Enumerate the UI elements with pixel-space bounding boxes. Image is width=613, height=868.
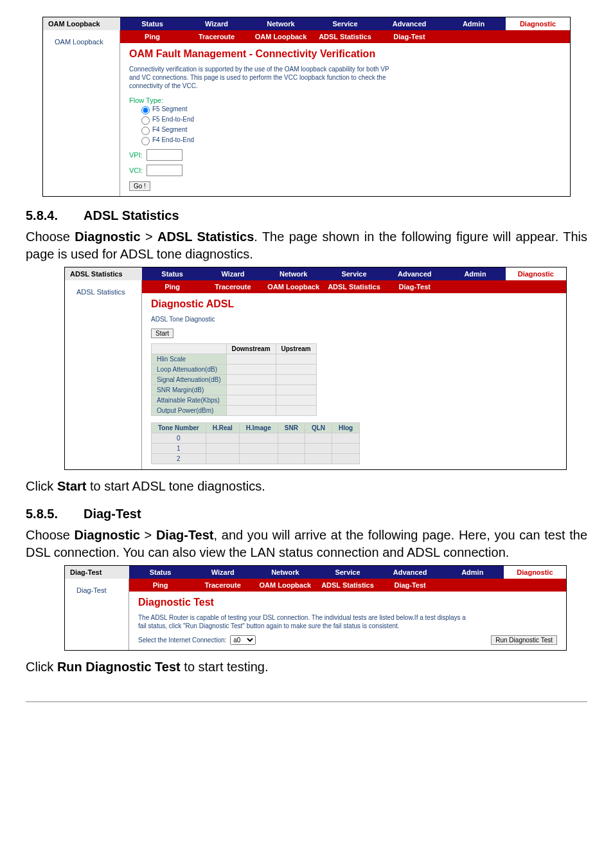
subtab-ping[interactable]: Ping [129,579,191,592]
tab-admin[interactable]: Admin [441,17,506,30]
footer-rule [26,701,587,702]
tab-service[interactable]: Service [313,17,377,30]
tab-advanced[interactable]: Advanced [379,566,441,579]
adsl-statistics-screenshot: ADSL Statistics ADSL Statistics Status W… [64,267,567,470]
tab-status[interactable]: Status [142,267,202,280]
radio-f4-end[interactable] [141,137,150,145]
subtab-diagtest[interactable]: Diag-Test [377,30,441,43]
sidebar-item-adsl[interactable]: ADSL Statistics [71,284,135,296]
tab-network[interactable]: Network [263,267,324,280]
oam-loopback-screenshot: OAM Loopback OAM Loopback Status Wizard … [42,17,571,197]
tone-table: Tone NumberH.RealH.Image SNRQLNHlog 0 1 … [151,422,360,464]
select-label: Select the Internet Connection: [138,637,226,644]
subtab-traceroute[interactable]: Traceroute [202,280,263,293]
subtab-traceroute[interactable]: Traceroute [191,579,254,592]
nav-top: Status Wizard Network Service Advanced A… [120,17,570,30]
tab-wizard[interactable]: Wizard [202,267,263,280]
tab-network[interactable]: Network [254,566,316,579]
tab-diagnostic[interactable]: Diagnostic [506,267,566,280]
tab-service[interactable]: Service [324,267,384,280]
run-diagnostic-button[interactable]: Run Diagnostic Test [491,635,557,645]
flow-type-label: Flow Type: [129,96,561,104]
start-button[interactable]: Start [151,329,173,338]
tab-wizard[interactable]: Wizard [184,17,249,30]
vpi-input[interactable] [147,149,182,161]
sidebar-title: Diag-Test [65,566,129,579]
panel-heading: OAM Fault Management - Connectivity Veri… [129,48,561,60]
tab-admin[interactable]: Admin [441,566,504,579]
go-button[interactable]: Go ! [129,181,150,191]
tab-service[interactable]: Service [316,566,378,579]
subtab-adsl[interactable]: ADSL Statistics [313,30,377,43]
subtab-diagtest[interactable]: Diag-Test [379,579,441,592]
tab-advanced[interactable]: Advanced [384,267,445,280]
tab-wizard[interactable]: Wizard [191,566,254,579]
subtab-diagtest[interactable]: Diag-Test [384,280,445,293]
panel-sublabel: ADSL Tone Diagnostic [151,315,421,323]
heading-584: 5.8.4.ADSL Statistics [26,208,587,223]
subtab-ping[interactable]: Ping [120,30,184,43]
radio-f5-segment[interactable] [141,106,150,114]
para-584: Choose Diagnostic > ADSL Statistics. The… [26,228,587,263]
tab-status[interactable]: Status [129,566,191,579]
para-584b: Click Start to start ADSL tone diagnosti… [26,478,587,495]
subtab-oam[interactable]: OAM Loopback [254,579,316,592]
subtab-oam[interactable]: OAM Loopback [263,280,324,293]
subtab-traceroute[interactable]: Traceroute [184,30,249,43]
heading-585: 5.8.5.Diag-Test [26,507,587,521]
tab-admin[interactable]: Admin [445,267,505,280]
radio-f5-end[interactable] [141,116,150,125]
diag-test-screenshot: Diag-Test Diag-Test Status Wizard Networ… [64,565,567,651]
sidebar-title: ADSL Statistics [65,267,142,280]
vpi-label: VPI: [129,151,143,159]
panel-hint: Connectivity verification is supported b… [129,65,399,90]
subtab-ping[interactable]: Ping [142,280,202,293]
nav-sub: Ping Traceroute OAM Loopback ADSL Statis… [120,30,570,43]
tab-diagnostic[interactable]: Diagnostic [504,566,566,579]
para-585: Choose Diagnostic > Diag-Test, and you w… [26,527,587,561]
sidebar-item-diagtest[interactable]: Diag-Test [71,583,122,594]
subtab-adsl[interactable]: ADSL Statistics [316,579,378,592]
panel-heading: Diagnostic ADSL [151,298,557,310]
sidebar-item-oam[interactable]: OAM Loopback [49,34,113,46]
connection-select[interactable]: a0 [230,635,256,645]
panel-hint: The ADSL Router is capable of testing yo… [138,613,472,630]
tab-network[interactable]: Network [249,17,313,30]
tab-advanced[interactable]: Advanced [377,17,441,30]
vci-input[interactable] [147,165,182,176]
panel-heading: Diagnostic Test [138,597,557,608]
subtab-adsl[interactable]: ADSL Statistics [324,280,384,293]
vci-label: VCI: [129,167,143,174]
tab-diagnostic[interactable]: Diagnostic [506,17,570,30]
adsl-stats-table: DownstreamUpstream Hlin Scale Loop Atten… [151,343,317,416]
subtab-oam[interactable]: OAM Loopback [249,30,313,43]
radio-f4-segment[interactable] [141,127,150,135]
sidebar-title: OAM Loopback [43,17,120,30]
para-585b: Click Run Diagnostic Test to start testi… [26,658,587,676]
tab-status[interactable]: Status [120,17,184,30]
